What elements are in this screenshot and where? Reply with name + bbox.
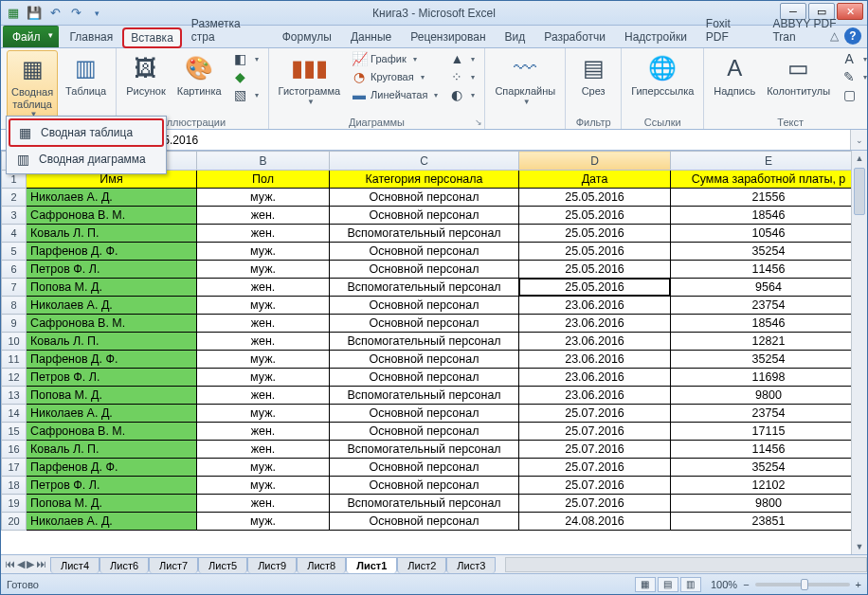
cell[interactable]: 25.07.2016 — [519, 495, 671, 513]
cell[interactable]: 24.08.2016 — [519, 513, 671, 531]
cell[interactable]: 23.06.2016 — [519, 333, 671, 351]
cell[interactable]: Попова М. Д. — [27, 495, 197, 513]
vertical-scrollbar[interactable]: ▲ ▼ — [851, 151, 867, 554]
cell[interactable]: 11698 — [671, 369, 867, 387]
histogram-button[interactable]: ▮▮▮ Гистограмма ▼ — [275, 50, 345, 106]
sparklines-button[interactable]: 〰 Спарклайны ▼ — [491, 50, 559, 106]
scroll-thumb[interactable] — [854, 168, 865, 215]
chart-other-button[interactable]: ◐▾ — [445, 86, 479, 103]
row-header[interactable]: 20 — [2, 513, 27, 531]
cell[interactable]: Сумма заработной платы, р — [671, 171, 867, 189]
cell[interactable]: 25.05.2016 — [519, 243, 671, 261]
cell[interactable]: 25.07.2016 — [519, 459, 671, 477]
cell[interactable]: Вспомогательный персонал — [330, 387, 519, 405]
tab-data[interactable]: Данные — [341, 26, 401, 47]
col-header-e[interactable]: E — [671, 152, 867, 171]
shapes-button[interactable]: ◧▾ — [229, 50, 262, 67]
cell[interactable]: 12102 — [671, 477, 867, 495]
cell[interactable]: жен. — [197, 441, 330, 459]
sheet-tab[interactable]: Лист8 — [297, 557, 346, 573]
cell[interactable]: 23754 — [671, 405, 867, 423]
formula-bar[interactable]: 25.05.2016 — [136, 130, 850, 150]
zoom-out-button[interactable]: − — [743, 579, 749, 590]
cell[interactable]: муж. — [197, 243, 330, 261]
row-header[interactable]: 14 — [2, 405, 27, 423]
cell[interactable]: Основной персонал — [330, 459, 519, 477]
horizontal-scrollbar[interactable] — [505, 557, 867, 572]
minimize-ribbon-icon[interactable]: △ — [830, 29, 839, 43]
row-header[interactable]: 7 — [2, 279, 27, 297]
sheet-nav-next-icon[interactable]: ▶ — [27, 558, 34, 570]
cell[interactable]: 9800 — [671, 495, 867, 513]
cell[interactable]: 18546 — [671, 207, 867, 225]
cell[interactable]: муж. — [197, 261, 330, 279]
wordart-button[interactable]: A▾ — [838, 50, 868, 67]
view-normal-button[interactable]: ▦ — [635, 577, 656, 592]
row-header[interactable]: 15 — [2, 423, 27, 441]
cell[interactable]: 25.07.2016 — [519, 405, 671, 423]
row-header[interactable]: 17 — [2, 459, 27, 477]
charts-launcher-icon[interactable]: ↘ — [475, 117, 482, 127]
cell[interactable]: Основной персонал — [330, 477, 519, 495]
cell[interactable]: Основной персонал — [330, 405, 519, 423]
col-header-c[interactable]: C — [330, 152, 519, 171]
tab-file[interactable]: Файл — [3, 26, 59, 47]
cell[interactable]: муж. — [197, 459, 330, 477]
cell[interactable]: жен. — [197, 279, 330, 297]
row-header[interactable]: 2 — [2, 189, 27, 207]
cell[interactable]: 12821 — [671, 333, 867, 351]
table-button[interactable]: ▥ Таблица — [62, 50, 110, 98]
cell[interactable]: Вспомогательный персонал — [330, 441, 519, 459]
sheet-tab[interactable]: Лист1 — [346, 557, 397, 573]
cell[interactable]: 23851 — [671, 513, 867, 531]
cell[interactable]: Основной персонал — [330, 297, 519, 315]
view-pagelayout-button[interactable]: ▤ — [658, 577, 678, 592]
cell[interactable]: Основной персонал — [330, 207, 519, 225]
excel-icon[interactable]: ▦ — [5, 5, 22, 22]
cell[interactable]: 23754 — [671, 297, 867, 315]
cell[interactable]: Основной персонал — [330, 423, 519, 441]
sheet-tab[interactable]: Лист4 — [50, 557, 99, 573]
sheet-nav-first-icon[interactable]: ⏮ — [5, 558, 15, 570]
formula-expand-icon[interactable]: ⌄ — [850, 130, 867, 150]
row-header[interactable]: 16 — [2, 441, 27, 459]
cell[interactable]: Парфенов Д. Ф. — [27, 243, 197, 261]
tab-formulas[interactable]: Формулы — [273, 26, 341, 47]
cell[interactable]: 23.06.2016 — [519, 297, 671, 315]
col-header-d[interactable]: D — [519, 152, 671, 171]
cell[interactable]: Петров Ф. Л. — [27, 261, 197, 279]
cell[interactable]: 25.05.2016 — [519, 189, 671, 207]
cell[interactable]: Коваль Л. П. — [27, 441, 197, 459]
row-header[interactable]: 3 — [2, 207, 27, 225]
scroll-down-icon[interactable]: ▼ — [852, 539, 867, 554]
chart-pie-button[interactable]: ◔Круговая▾ — [348, 68, 442, 85]
cell[interactable]: Дата — [519, 171, 671, 189]
zoom-in-button[interactable]: + — [856, 579, 861, 590]
cell[interactable]: 25.05.2016 — [519, 225, 671, 243]
cell[interactable]: 10546 — [671, 225, 867, 243]
menu-pivotchart[interactable]: ▥ Сводная диаграмма — [9, 147, 164, 171]
view-pagebreak-button[interactable]: ▥ — [680, 577, 701, 592]
tab-developer[interactable]: Разработчи — [534, 26, 615, 47]
sheet-tab[interactable]: Лист2 — [397, 557, 446, 573]
cell[interactable]: Вспомогательный персонал — [330, 279, 519, 297]
slicer-button[interactable]: ▤ Срез — [571, 50, 615, 98]
row-header[interactable]: 10 — [2, 333, 27, 351]
cell[interactable]: 17115 — [671, 423, 867, 441]
cell[interactable]: 25.07.2016 — [519, 441, 671, 459]
cell[interactable]: Основной персонал — [330, 243, 519, 261]
screenshot-button[interactable]: ▧▾ — [229, 86, 262, 103]
cell[interactable]: 35254 — [671, 351, 867, 369]
cell[interactable]: Николаев А. Д. — [27, 297, 197, 315]
row-header[interactable]: 5 — [2, 243, 27, 261]
row-header[interactable]: 8 — [2, 297, 27, 315]
cell[interactable]: 23.06.2016 — [519, 369, 671, 387]
sheet-tab[interactable]: Лист9 — [247, 557, 297, 573]
chart-line-button[interactable]: 📈График▾ — [348, 50, 442, 67]
zoom-level[interactable]: 100% — [711, 579, 737, 590]
cell[interactable]: 25.07.2016 — [519, 423, 671, 441]
tab-pagelayout[interactable]: Разметка стра — [182, 12, 273, 47]
cell[interactable]: Основной персонал — [330, 315, 519, 333]
worksheet-grid[interactable]: A B C D E 1 Имя Пол Категория персонала … — [1, 151, 867, 531]
cell[interactable]: жен. — [197, 225, 330, 243]
